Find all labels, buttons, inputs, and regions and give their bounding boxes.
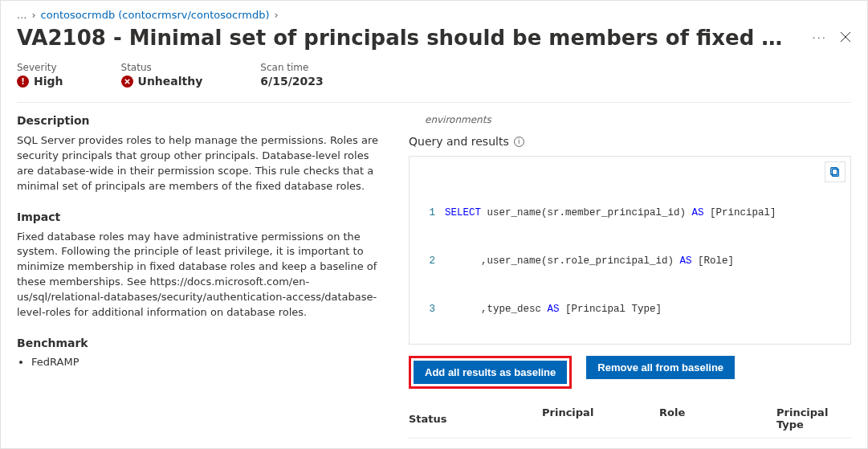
severity-label: Severity	[17, 62, 63, 73]
breadcrumb-link[interactable]: contosocrmdb (contocrmsrv/contosocrmdb)	[41, 9, 270, 21]
add-all-results-button[interactable]: Add all results as baseline	[414, 361, 567, 384]
impact-heading: Impact	[17, 210, 386, 223]
breadcrumb-sep: ›	[31, 9, 35, 21]
scan-value: 6/15/2023	[260, 75, 323, 88]
status-value: Unhealthy	[138, 75, 203, 88]
col-status[interactable]: Status	[409, 406, 542, 431]
benchmark-heading: Benchmark	[17, 337, 386, 349]
col-principal[interactable]: Principal	[542, 406, 659, 431]
more-icon[interactable]: ···	[813, 32, 827, 44]
add-baseline-highlight: Add all results as baseline	[409, 356, 572, 389]
copy-button[interactable]	[825, 161, 846, 182]
close-icon[interactable]	[840, 31, 851, 45]
description-heading: Description	[17, 114, 386, 127]
benchmark-item: FedRAMP	[31, 356, 386, 368]
description-body: SQL Server provides roles to help manage…	[17, 133, 386, 194]
info-icon[interactable]: i	[514, 137, 524, 147]
query-results-heading: Query and results	[409, 135, 509, 148]
scan-label: Scan time	[260, 62, 323, 73]
col-ptype[interactable]: Principal Type	[776, 406, 851, 431]
results-header-row: Status Principal Role Principal Type	[409, 406, 851, 431]
meta-row: Severity ! High Status Unhealthy Scan ti…	[17, 62, 851, 102]
severity-icon: !	[17, 76, 29, 88]
environments-note: environments	[425, 114, 851, 125]
breadcrumb-sep-2: ›	[275, 9, 279, 21]
query-code-box: 1SELECT user_name(sr.member_principal_id…	[409, 156, 851, 345]
page-title: VA2108 - Minimal set of principals shoul…	[17, 26, 788, 51]
impact-body: Fixed database roles may have administra…	[17, 230, 386, 320]
breadcrumb: ... › contosocrmdb (contocrmsrv/contosoc…	[17, 9, 851, 21]
breadcrumb-ellipsis[interactable]: ...	[17, 9, 26, 21]
unhealthy-icon	[121, 76, 133, 88]
severity-value: High	[34, 75, 63, 88]
remove-all-baseline-button[interactable]: Remove all from baseline	[586, 356, 735, 379]
status-label: Status	[121, 62, 203, 73]
col-role[interactable]: Role	[659, 406, 776, 431]
